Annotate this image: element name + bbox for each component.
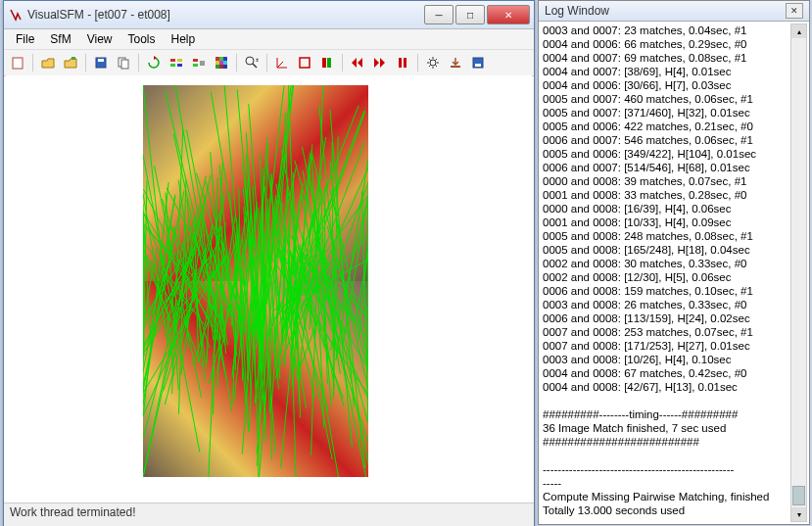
- maximize-button[interactable]: □: [455, 5, 485, 24]
- scroll-thumb[interactable]: [792, 486, 805, 505]
- minimize-button[interactable]: ─: [424, 5, 454, 24]
- svg-rect-12: [200, 61, 205, 66]
- svg-rect-5: [121, 60, 128, 69]
- save-icon[interactable]: [91, 53, 111, 72]
- image-bottom: [143, 281, 368, 477]
- image-top: [143, 85, 368, 281]
- toolbar: ±: [4, 50, 534, 76]
- stop-red-icon[interactable]: [295, 53, 314, 72]
- svg-line-23: [253, 64, 257, 68]
- svg-line-27: [277, 62, 283, 68]
- open-multi-icon[interactable]: [61, 53, 80, 72]
- separator: [138, 54, 139, 72]
- svg-rect-11: [193, 64, 198, 67]
- separator: [417, 54, 418, 72]
- svg-rect-9: [177, 64, 182, 67]
- export-icon[interactable]: [446, 53, 465, 72]
- marker-icon[interactable]: [317, 53, 337, 72]
- close-button[interactable]: ✕: [487, 5, 530, 24]
- svg-rect-10: [193, 59, 198, 62]
- menubar: File SfM View Tools Help: [4, 29, 534, 50]
- app-icon: [8, 7, 24, 23]
- zoom-icon[interactable]: ±: [242, 53, 262, 72]
- menu-tools[interactable]: Tools: [119, 30, 163, 48]
- window-title: VisualSFM - [et007 - et008]: [27, 8, 424, 22]
- svg-rect-29: [322, 58, 326, 68]
- svg-rect-1: [72, 57, 75, 60]
- scroll-down-icon[interactable]: ▾: [791, 507, 806, 521]
- reconstruct-resume-icon[interactable]: [189, 53, 209, 72]
- gear-icon[interactable]: [423, 53, 443, 72]
- svg-rect-31: [399, 58, 402, 68]
- separator: [32, 54, 33, 72]
- scroll-up-icon[interactable]: ▴: [791, 24, 806, 38]
- log-scrollbar[interactable]: ▴ ▾: [790, 24, 807, 522]
- pause-icon[interactable]: [393, 53, 412, 72]
- svg-rect-28: [300, 58, 310, 68]
- disk-icon[interactable]: [468, 53, 488, 72]
- image-match-view: [143, 85, 368, 477]
- separator: [236, 54, 237, 72]
- svg-point-33: [430, 60, 436, 66]
- refresh-icon[interactable]: [144, 53, 164, 72]
- svg-rect-18: [223, 61, 227, 65]
- fast-fwd-icon[interactable]: [370, 53, 390, 72]
- canvas-area[interactable]: [6, 75, 532, 505]
- separator: [342, 54, 343, 72]
- dense-icon[interactable]: [212, 53, 231, 72]
- log-text[interactable]: 0003 and 0007: 23 matches, 0.04sec, #1 0…: [543, 24, 791, 522]
- log-window: Log Window ✕ 0003 and 0007: 23 matches, …: [538, 0, 810, 525]
- svg-rect-19: [215, 65, 219, 69]
- main-titlebar[interactable]: VisualSFM - [et007 - et008] ─ □ ✕: [4, 1, 534, 29]
- window-controls: ─ □ ✕: [424, 5, 530, 24]
- open-icon[interactable]: [38, 53, 58, 72]
- menu-sfm[interactable]: SfM: [42, 30, 78, 48]
- svg-rect-34: [451, 66, 460, 68]
- svg-text:±: ±: [256, 57, 259, 63]
- separator: [85, 54, 86, 72]
- menu-file[interactable]: File: [8, 30, 42, 48]
- main-window: VisualSFM - [et007 - et008] ─ □ ✕ File S…: [3, 0, 535, 526]
- svg-rect-32: [404, 58, 406, 68]
- svg-rect-20: [219, 65, 223, 69]
- svg-rect-8: [177, 59, 182, 62]
- svg-rect-17: [219, 61, 223, 65]
- svg-rect-13: [215, 57, 219, 61]
- svg-rect-6: [170, 59, 175, 62]
- menu-help[interactable]: Help: [164, 30, 204, 48]
- svg-rect-30: [327, 58, 331, 68]
- svg-rect-0: [13, 58, 23, 69]
- log-body: 0003 and 0007: 23 matches, 0.04sec, #1 0…: [539, 22, 809, 524]
- separator: [266, 54, 267, 72]
- status-text: Work thread terminated!: [10, 505, 136, 519]
- copy-icon[interactable]: [114, 53, 133, 72]
- log-title-text: Log Window: [545, 4, 786, 18]
- status-bar: Work thread terminated!: [4, 502, 534, 526]
- svg-rect-14: [219, 57, 223, 61]
- svg-rect-15: [223, 57, 227, 61]
- fast-back-icon[interactable]: [348, 53, 367, 72]
- svg-rect-16: [215, 61, 219, 65]
- svg-rect-3: [98, 59, 104, 62]
- svg-rect-7: [170, 64, 175, 67]
- new-icon[interactable]: [8, 53, 27, 72]
- log-titlebar[interactable]: Log Window ✕: [539, 1, 809, 22]
- svg-rect-21: [223, 65, 227, 69]
- svg-point-22: [246, 57, 254, 65]
- reconstruct-sparse-icon[interactable]: [167, 53, 186, 72]
- axis-icon[interactable]: [272, 53, 292, 72]
- menu-view[interactable]: View: [79, 30, 120, 48]
- svg-rect-36: [475, 64, 481, 67]
- log-close-icon[interactable]: ✕: [786, 3, 803, 19]
